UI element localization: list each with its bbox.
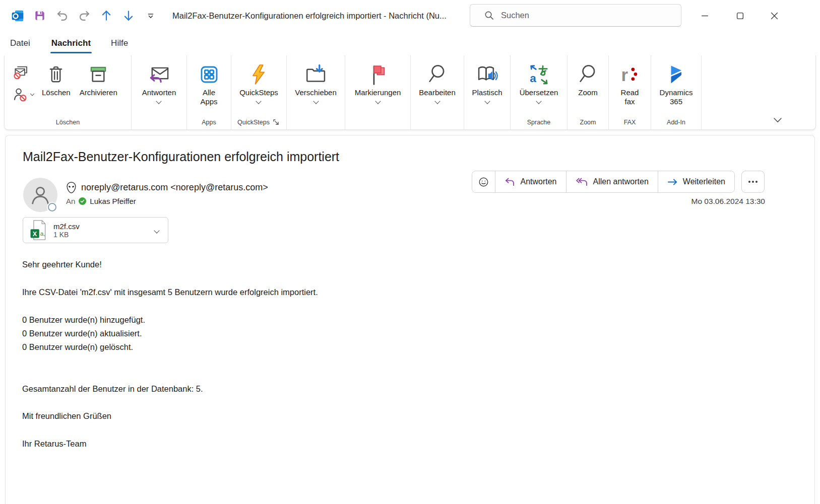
svg-text:a,: a, <box>40 230 45 237</box>
sender-address[interactable]: noreply@retarus.com <noreply@retarus.com… <box>81 182 268 193</box>
body-line: Ihr Retarus-Team <box>22 437 784 451</box>
body-line: 0 Benutzer wurde(n) gelöscht. <box>22 340 784 354</box>
group-label-zoom: Zoom <box>580 119 596 126</box>
verified-check-icon <box>79 197 86 205</box>
reply-action-button[interactable]: Antworten <box>495 171 566 192</box>
translate-dropdown-chevron-icon <box>536 98 541 104</box>
tab-datei[interactable]: Datei <box>10 31 36 55</box>
book-speaker-icon <box>476 62 498 87</box>
immersive-reader-button[interactable]: Plastisch <box>468 60 506 105</box>
lightning-bolt-icon <box>249 62 268 87</box>
attachment-name: m2f.csv <box>53 222 149 231</box>
ribbon: Löschen Archivieren Löschen <box>4 55 816 130</box>
forward-arrow-icon <box>667 178 678 186</box>
move-button[interactable]: Verschieben <box>291 60 341 105</box>
group-label-quicksteps: QuickSteps <box>237 119 270 126</box>
svg-text:X: X <box>33 230 37 238</box>
ribbon-group-bearbeiten: Bearbeiten <box>411 55 464 129</box>
minimize-button[interactable] <box>693 4 716 27</box>
move-dropdown-chevron-icon <box>313 98 319 104</box>
ribbon-filler <box>702 55 815 129</box>
dynamics-365-icon <box>666 62 685 87</box>
menu-tab-row: Datei Nachricht Hilfe <box>0 31 820 55</box>
undo-button[interactable] <box>53 7 71 24</box>
emoji-reaction-button[interactable] <box>472 171 495 192</box>
reply-dropdown-chevron-icon <box>156 98 162 104</box>
attachment-chip[interactable]: X a, m2f.csv 1 KB <box>23 217 168 243</box>
to-label: An <box>66 197 75 205</box>
message-datetime: Mo 03.06.2024 13:30 <box>691 197 765 206</box>
zoom-button[interactable]: Zoom <box>574 60 602 100</box>
customize-quick-access-icon[interactable] <box>142 7 159 24</box>
body-line: Ihre CSV-Datei 'm2f.csv' mit insgesamt 5… <box>22 285 784 299</box>
forward-action-button[interactable]: Weiterleiten <box>658 171 734 192</box>
outlook-app-icon <box>9 7 26 24</box>
reply-all-action-button[interactable]: Allen antworten <box>566 171 658 192</box>
title-bar: Mail2Fax-Benutzer-Konfigurationen erfolg… <box>0 0 820 31</box>
reply-button[interactable]: Antworten <box>138 60 180 105</box>
tags-button[interactable]: Markierungen <box>351 60 405 105</box>
reply-arrow-icon <box>504 177 515 187</box>
trash-icon <box>46 62 66 87</box>
junk-button[interactable] <box>13 87 34 103</box>
redo-button[interactable] <box>76 7 93 24</box>
quicksteps-button[interactable]: QuickSteps <box>235 60 282 105</box>
archive-icon <box>88 62 109 87</box>
quicksteps-dropdown-chevron-icon <box>256 98 262 104</box>
flag-icon <box>368 62 388 87</box>
message-body: Sehr geehrter Kunde! Ihre CSV-Datei 'm2f… <box>22 258 784 451</box>
csv-file-icon: X a, <box>29 220 47 240</box>
body-line <box>22 368 784 382</box>
maximize-button[interactable] <box>728 4 751 27</box>
editing-button[interactable]: Bearbeiten <box>415 60 460 105</box>
close-button[interactable] <box>763 4 786 27</box>
ribbon-group-loeschen: Löschen Archivieren Löschen <box>5 55 132 129</box>
reply-all-arrow-icon <box>576 177 588 187</box>
ribbon-group-markierungen: Markierungen <box>345 55 411 129</box>
tab-hilfe[interactable]: Hilfe <box>105 31 134 55</box>
immersive-dropdown-chevron-icon <box>484 98 490 104</box>
ignore-button[interactable] <box>13 64 34 81</box>
move-up-button[interactable] <box>98 7 115 24</box>
save-button[interactable] <box>31 7 48 24</box>
search-placeholder: Suchen <box>501 11 529 20</box>
body-line <box>22 299 784 313</box>
body-line <box>22 396 784 409</box>
body-line: 0 Benutzer wurde(n) aktualisiert. <box>22 327 784 340</box>
search-input[interactable]: Suchen <box>470 4 681 27</box>
apps-grid-icon <box>199 62 219 87</box>
tab-nachricht[interactable]: Nachricht <box>45 31 97 55</box>
archive-button[interactable]: Archivieren <box>76 60 121 100</box>
magnifier-icon <box>427 62 448 87</box>
read-fax-button[interactable]: r Read fax <box>616 60 644 109</box>
ribbon-group-zoom: Zoom Zoom <box>567 55 609 129</box>
body-line: Mit freundlichen Grüßen <box>22 409 784 423</box>
collapse-ribbon-chevron-icon[interactable] <box>773 117 782 123</box>
translate-icon: a <box>528 62 549 87</box>
zoom-magnifier-icon <box>578 62 598 87</box>
all-apps-button[interactable]: Alle Apps <box>195 60 223 109</box>
attachment-dropdown-chevron-icon[interactable] <box>154 228 159 233</box>
junk-dropdown-chevron-icon[interactable] <box>30 91 34 95</box>
group-label-fax: FAX <box>624 119 636 126</box>
message-pane: Mail2Fax-Benutzer-Konfigurationen erfolg… <box>5 135 815 504</box>
window-title: Mail2Fax-Benutzer-Konfigurationen erfolg… <box>172 11 447 21</box>
attachment-size: 1 KB <box>53 231 149 239</box>
translate-button[interactable]: a Übersetzen <box>516 60 562 105</box>
recipient-name[interactable]: Lukas Pfeiffer <box>90 197 136 205</box>
delete-button[interactable]: Löschen <box>38 60 75 100</box>
ribbon-group-antworten: Antworten <box>132 55 187 129</box>
dynamics-365-button[interactable]: Dynamics 365 <box>656 60 697 109</box>
presence-status-icon <box>48 203 56 211</box>
group-label-apps: Apps <box>202 119 216 126</box>
message-actions: Antworten Allen antworten <box>472 171 765 193</box>
ribbon-group-apps: Alle Apps Apps <box>187 55 231 129</box>
more-actions-button[interactable] <box>741 171 765 193</box>
body-line <box>22 354 784 368</box>
group-label-loeschen: Löschen <box>56 119 80 126</box>
ignore-icon <box>13 64 29 81</box>
quicksteps-dialog-launcher-icon[interactable] <box>273 119 280 126</box>
move-down-button[interactable] <box>120 7 137 24</box>
editing-dropdown-chevron-icon <box>434 98 440 104</box>
recipient-row: An Lukas Pfeiffer <box>66 197 136 205</box>
